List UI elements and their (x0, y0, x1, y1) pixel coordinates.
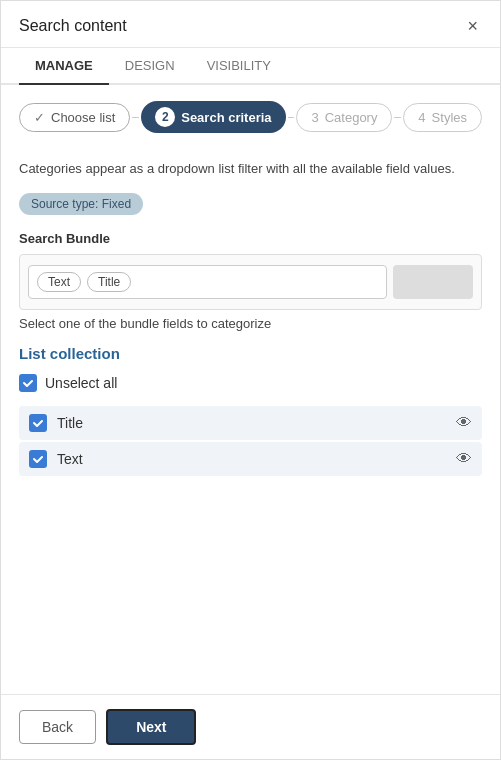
field-title-checkbox[interactable] (29, 414, 47, 432)
back-button[interactable]: Back (19, 710, 96, 744)
close-button[interactable]: × (463, 15, 482, 37)
search-bundle-label: Search Bundle (19, 231, 482, 246)
search-bundle-box: Text Title (19, 254, 482, 310)
field-row-text[interactable]: Text 👁 (19, 442, 482, 476)
categorize-text: Select one of the bundle fields to categ… (19, 316, 482, 331)
field-list: Title 👁 Text 👁 (19, 406, 482, 476)
tab-bar: MANAGE DESIGN VISIBILITY (1, 48, 500, 85)
step-styles[interactable]: 4 Styles (403, 103, 482, 132)
modal-header: Search content × (1, 1, 500, 48)
description-text: Categories appear as a dropdown list fil… (19, 159, 482, 179)
unselect-all-checkbox[interactable] (19, 374, 37, 392)
main-content: Categories appear as a dropdown list fil… (1, 149, 500, 694)
step-choose-list[interactable]: ✓ Choose list (19, 103, 130, 132)
step-category[interactable]: 3 Category (296, 103, 392, 132)
check-icon: ✓ (34, 110, 45, 125)
next-button[interactable]: Next (106, 709, 196, 745)
step-search-criteria[interactable]: 2 Search criteria (141, 101, 285, 133)
bundle-tag-title[interactable]: Title (87, 272, 131, 292)
unselect-all-label: Unselect all (45, 375, 117, 391)
tab-manage[interactable]: MANAGE (19, 48, 109, 85)
modal-title: Search content (19, 17, 127, 35)
field-text-eye-icon[interactable]: 👁 (456, 450, 472, 468)
field-title-eye-icon[interactable]: 👁 (456, 414, 472, 432)
step3-number: 3 (311, 110, 318, 125)
step4-number: 4 (418, 110, 425, 125)
field-text-checkbox[interactable] (29, 450, 47, 468)
tab-visibility[interactable]: VISIBILITY (191, 48, 287, 85)
step-category-label: Category (325, 110, 378, 125)
footer: Back Next (1, 694, 500, 759)
modal: Search content × MANAGE DESIGN VISIBILIT… (0, 0, 501, 760)
step-choose-list-label: Choose list (51, 110, 115, 125)
list-collection-title: List collection (19, 345, 482, 362)
field-row-title[interactable]: Title 👁 (19, 406, 482, 440)
steps-bar: ✓ Choose list 2 Search criteria 3 Catego… (1, 85, 500, 149)
bundle-tag-text[interactable]: Text (37, 272, 81, 292)
step-styles-label: Styles (432, 110, 467, 125)
tab-design[interactable]: DESIGN (109, 48, 191, 85)
step-connector-3 (394, 117, 401, 118)
bundle-tags: Text Title (28, 265, 387, 299)
step-connector-2 (288, 117, 295, 118)
source-type-badge: Source type: Fixed (19, 193, 143, 215)
step2-number: 2 (155, 107, 175, 127)
step-connector-1 (132, 117, 139, 118)
step-search-criteria-label: Search criteria (181, 110, 271, 125)
field-title-label: Title (57, 415, 446, 431)
bundle-action-button[interactable] (393, 265, 473, 299)
field-text-label: Text (57, 451, 446, 467)
unselect-all-row[interactable]: Unselect all (19, 374, 482, 392)
